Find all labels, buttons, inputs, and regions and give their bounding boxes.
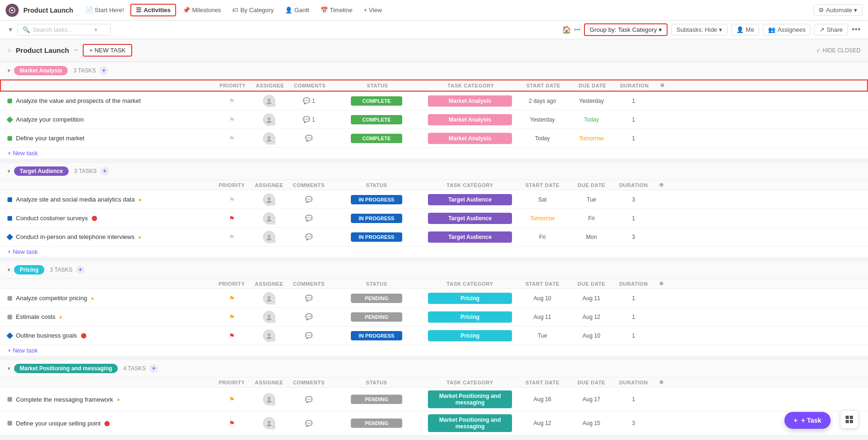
assignee-cell: ⚙ [250,330,288,342]
duration-cell: 1 [615,396,652,403]
start-date-cell: Yesterday [517,116,568,123]
col-duration: DURATION [616,83,653,88]
me-button[interactable]: 👤 Me [731,24,759,36]
chevron-down-icon: ▾ [854,7,857,14]
table-row[interactable]: Analyze site and social media analytics … [0,190,868,209]
avatar: ⚙ [263,95,275,107]
comment-cell: 💬 [288,313,330,320]
table-row[interactable]: Conduct in-person and telephone intervie… [0,228,868,246]
col-headers-row-4: PRIORITY ASSIGNEE COMMENTS STATUS TASK C… [0,377,868,388]
comment-cell: 💬 [288,196,330,203]
group-badge-market-pos: Market Positioning and messaging [14,364,118,373]
task-name: Analyze your competition [16,116,84,123]
nav-activities[interactable]: ☰ Activities [130,4,176,16]
priority-cell: ⚑ [213,116,250,123]
hide-closed-button[interactable]: ✓ HIDE CLOSED [816,47,861,54]
priority-flag-icon: ⚑ [229,313,235,321]
status-badge: COMPLETE [351,134,402,143]
nav-view[interactable]: + View [359,5,386,15]
avatar: ⚙ [263,231,275,243]
table-row[interactable]: Outline business goals ⬤ ⚑ ⚙ 💬 IN PROGRE… [0,326,868,345]
assignee-cell: ⚙ [250,95,288,107]
group-add-market-pos[interactable]: + [149,364,158,373]
group-header-market-pos: ▾ Market Positioning and messaging 4 TAS… [0,360,868,377]
new-task-link-2[interactable]: + New task [0,246,868,257]
new-task-link[interactable]: + New task [0,148,868,159]
chevron-down-icon: ▾ [659,26,662,33]
collapse-icon[interactable]: ○ [7,47,11,54]
status-badge: PENDING [351,395,402,404]
new-task-button[interactable]: + NEW TASK [83,44,132,57]
due-date-cell: Today [568,116,615,123]
col-duration-4: DURATION [615,380,652,385]
column-headers: PRIORITY ASSIGNEE COMMENTS STATUS TASK C… [0,79,868,92]
task-name: Conduct costumer surveys [16,215,88,222]
float-add-task-button[interactable]: + + Task [784,412,831,429]
new-task-link-3[interactable]: + New task [0,345,868,356]
category-cell: Target Audience [423,213,517,224]
table-row[interactable]: Define your target market ⚑ ⚙ 💬 COMPLETE… [0,129,868,148]
table-row[interactable]: Estimate costs ● ⚑ ⚙ 💬 PENDING Pricing A… [0,308,868,326]
table-row[interactable]: Analyze the value and prospects of the m… [0,92,868,110]
nav-milestones[interactable]: 📌 Milestones [178,5,226,15]
milestone-icon: 📌 [183,7,190,14]
project-title: Product Launch [16,46,69,54]
search-input[interactable]: 🔍 Search tasks... ▾ [17,24,111,36]
avatar-settings-icon: ⚙ [271,319,276,324]
nav-timeline[interactable]: 📅 Timeline [316,5,357,15]
svg-point-7 [267,139,271,142]
task-status-dot [7,296,12,301]
table-row[interactable]: Analyze your competition ⚑ ⚙ 💬 1 COMPLET… [0,110,868,129]
due-date-cell: Aug 12 [568,314,615,320]
priority-cell: ⚑ [213,97,250,105]
more-options-icon[interactable]: ••• [852,25,861,35]
comment-icon: 💬 [305,215,313,222]
subtasks-button[interactable]: Subtasks: Hide ▾ [671,24,727,36]
nav-gantt[interactable]: 👤 Gantt [280,5,314,15]
assignees-button[interactable]: 👥 Assignees [763,24,811,36]
due-date-cell: Tomorrow [568,135,615,142]
warning-icon: ● [59,314,63,320]
group-add-market-analysis[interactable]: + [100,66,108,75]
avatar-settings-icon: ⚙ [271,425,276,430]
avatar-settings-icon: ⚙ [271,220,276,225]
col-due-date-3: DUE DATE [568,281,615,287]
grid-view-button[interactable] [840,410,859,429]
project-title-row: ○ Product Launch ✏ + NEW TASK [7,44,132,57]
home-icon[interactable]: 🏠 [562,25,571,34]
group-add-pricing[interactable]: + [76,266,85,274]
group-toggle-market-analysis[interactable]: ▾ [7,67,10,74]
col-status-3: STATUS [330,281,423,287]
group-toggle-market-pos[interactable]: ▾ [7,365,10,372]
col-duration-3: DURATION [615,281,652,287]
priority-cell: ⚑ [213,295,250,302]
nav-start-here[interactable]: 📄 Start Here! [81,5,129,15]
table-row[interactable]: Complete the messaging framework ● ⚑ ⚙ 💬… [0,388,868,411]
group-toggle-pricing[interactable]: ▾ [7,267,10,273]
table-row[interactable]: Conduct costumer surveys ⬤ ⚑ ⚙ 💬 IN PROG… [0,209,868,228]
svg-point-19 [267,337,271,339]
table-row[interactable]: Define your unique selling point ⬤ ⚑ ⚙ 💬… [0,411,868,435]
task-category-badge: Target Audience [428,231,512,243]
group-pricing: ▾ Pricing 3 TASKS + PRIORITY ASSIGNEE CO… [0,261,868,356]
col-status-4: STATUS [330,380,423,385]
priority-flag-icon: ⚑ [229,419,235,427]
group-add-target-audience[interactable]: + [100,167,109,175]
automate-button[interactable]: ⚙ Automate ▾ [813,4,862,16]
assignee-cell: ⚙ [250,114,288,126]
group-by-button[interactable]: Group by: Task Category ▾ [584,23,668,36]
more-icon[interactable]: ••• [574,26,581,33]
col-start-date-4: START DATE [517,380,568,385]
col-priority-4: PRIORITY [213,380,250,385]
table-row[interactable]: Analyze competitor pricing ● ⚑ ⚙ 💬 PENDI… [0,289,868,308]
group-toggle-target-audience[interactable]: ▾ [7,168,10,174]
search-icon: 🔍 [22,26,30,33]
nav-by-category[interactable]: 🏷 By Category [228,5,278,15]
share-button[interactable]: ↗ Share [814,24,848,36]
group-header-market-analysis: ▾ Market Analysis 3 TASKS + [0,62,868,79]
col-due-date: DUE DATE [569,83,616,88]
svg-point-13 [267,238,271,240]
assignee-cell: ⚙ [250,417,288,429]
task-name: Outline business goals [16,332,77,339]
task-name-cell: Conduct costumer surveys ⬤ [7,215,213,222]
